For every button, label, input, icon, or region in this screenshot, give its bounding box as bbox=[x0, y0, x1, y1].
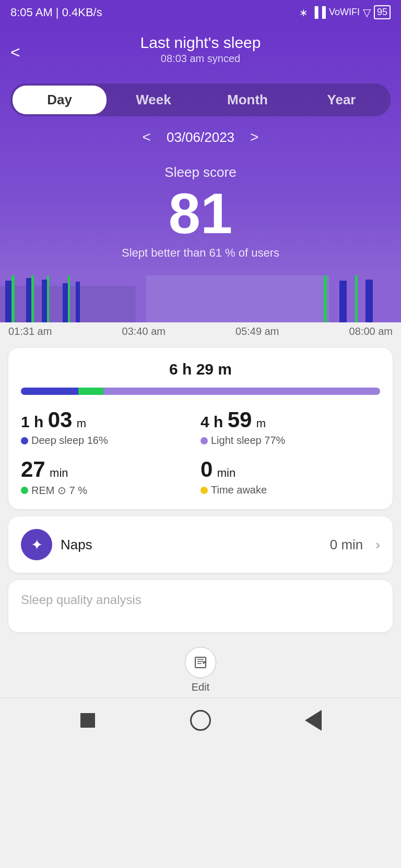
duration-value: 6 h 29 m bbox=[21, 360, 380, 378]
awake-dot bbox=[200, 487, 208, 494]
light-sleep-dot bbox=[200, 437, 208, 444]
naps-label: Naps bbox=[61, 537, 322, 553]
duration-card: 6 h 29 m 1 h 03 m Deep sleep 16% 4 h 59 … bbox=[8, 348, 393, 509]
quality-card[interactable]: Sleep quality analysis bbox=[8, 580, 393, 632]
svg-rect-9 bbox=[47, 275, 49, 322]
light-sleep-value: 4 h 59 m bbox=[200, 407, 380, 432]
edit-bar: Edit bbox=[0, 640, 401, 697]
svg-rect-13 bbox=[355, 275, 358, 322]
bluetooth-icon: ∗ bbox=[299, 6, 308, 19]
svg-rect-5 bbox=[63, 283, 68, 322]
nav-row: < Last night's sleep 08:03 am synced bbox=[0, 30, 401, 79]
rem-sleep-dot bbox=[21, 487, 28, 494]
nav-bar bbox=[0, 697, 401, 743]
svg-rect-11 bbox=[146, 275, 329, 322]
nav-home-button[interactable] bbox=[187, 707, 214, 733]
page-title: Last night's sleep bbox=[140, 34, 261, 52]
nav-triangle-icon bbox=[305, 710, 322, 731]
sleep-score-subtitle: Slept better than 61 % of users bbox=[0, 246, 401, 265]
rem-sleep-value: 27 min bbox=[21, 457, 200, 482]
svg-rect-12 bbox=[324, 275, 327, 322]
time-label-2: 03:40 am bbox=[122, 326, 166, 337]
naps-card[interactable]: ✦ Naps 0 min › bbox=[8, 516, 393, 573]
duration-bar bbox=[21, 388, 380, 395]
quality-label: Sleep quality analysis bbox=[21, 593, 380, 607]
edit-icon bbox=[193, 655, 208, 670]
bar-light-sleep bbox=[103, 388, 380, 395]
cards-area: 6 h 29 m 1 h 03 m Deep sleep 16% 4 h 59 … bbox=[0, 341, 401, 640]
tab-week[interactable]: Week bbox=[107, 86, 200, 114]
next-date-button[interactable]: > bbox=[250, 129, 258, 146]
edit-label: Edit bbox=[192, 681, 209, 693]
header-area: < Last night's sleep 08:03 am synced Day… bbox=[0, 25, 401, 275]
sleep-score-value: 81 bbox=[0, 185, 401, 242]
back-button[interactable]: < bbox=[10, 43, 20, 62]
time-labels: 01:31 am 03:40 am 05:49 am 08:00 am bbox=[0, 322, 401, 341]
stat-time-awake: 0 min Time awake bbox=[200, 457, 380, 497]
sleep-score-label: Sleep score bbox=[0, 164, 401, 180]
stat-light-sleep: 4 h 59 m Light sleep 77% bbox=[200, 407, 380, 447]
nav-circle-icon bbox=[190, 710, 211, 731]
wifi-icon: ▽ bbox=[363, 6, 371, 19]
sleep-score-area: Sleep score 81 Slept better than 61 % of… bbox=[0, 156, 401, 275]
time-awake-value: 0 min bbox=[200, 457, 380, 482]
bar-rem-sleep bbox=[78, 388, 103, 395]
sleep-stats-grid: 1 h 03 m Deep sleep 16% 4 h 59 m Light s… bbox=[21, 407, 380, 497]
tab-year[interactable]: Year bbox=[294, 86, 388, 114]
edit-button[interactable] bbox=[185, 647, 216, 678]
deep-sleep-dot bbox=[21, 437, 28, 444]
deep-sleep-value: 1 h 03 m bbox=[21, 407, 200, 432]
naps-chevron-icon: › bbox=[375, 537, 380, 553]
stat-rem-sleep: 27 min REM ⊙ 7 % bbox=[21, 457, 200, 497]
nav-square-icon bbox=[80, 713, 95, 728]
svg-rect-6 bbox=[76, 282, 80, 322]
date-nav: < 03/06/2023 > bbox=[0, 125, 401, 156]
tab-day[interactable]: Day bbox=[13, 86, 107, 114]
naps-icon: ✦ bbox=[21, 529, 52, 560]
deep-sleep-label: Deep sleep 16% bbox=[21, 435, 200, 447]
nav-back-button[interactable] bbox=[300, 707, 326, 733]
current-date: 03/06/2023 bbox=[167, 129, 234, 146]
bar-deep-sleep bbox=[21, 388, 78, 395]
svg-rect-10 bbox=[68, 275, 70, 322]
sync-status: 08:03 am synced bbox=[140, 53, 261, 71]
battery-icon: 95 bbox=[374, 5, 391, 19]
status-time: 8:05 AM | 0.4KB/s bbox=[10, 6, 102, 19]
time-label-3: 05:49 am bbox=[235, 326, 279, 337]
rem-sleep-label: REM ⊙ 7 % bbox=[21, 484, 200, 497]
vowifi-icon: VoWIFI bbox=[329, 7, 360, 18]
light-sleep-label: Light sleep 77% bbox=[200, 435, 380, 447]
svg-rect-14 bbox=[339, 281, 347, 322]
time-awake-label: Time awake bbox=[200, 484, 380, 496]
status-bar: 8:05 AM | 0.4KB/s ∗ ▐▐ VoWIFI ▽ 95 bbox=[0, 0, 401, 25]
naps-value: 0 min bbox=[330, 537, 363, 553]
signal-icon: ▐▐ bbox=[311, 6, 326, 18]
svg-rect-15 bbox=[365, 280, 373, 322]
time-label-1: 01:31 am bbox=[8, 326, 52, 337]
nav-square-button[interactable] bbox=[75, 707, 101, 733]
svg-rect-7 bbox=[11, 275, 15, 322]
tab-month[interactable]: Month bbox=[200, 86, 294, 114]
stat-deep-sleep: 1 h 03 m Deep sleep 16% bbox=[21, 407, 200, 447]
time-label-4: 08:00 am bbox=[349, 326, 393, 337]
sleep-chart bbox=[0, 275, 401, 322]
svg-rect-8 bbox=[31, 275, 34, 322]
sleep-chart-svg bbox=[0, 275, 401, 322]
naps-card-inner: ✦ Naps 0 min › bbox=[21, 529, 380, 560]
prev-date-button[interactable]: < bbox=[143, 129, 151, 146]
status-icons: ∗ ▐▐ VoWIFI ▽ 95 bbox=[299, 5, 391, 19]
period-tabs: Day Week Month Year bbox=[10, 83, 391, 116]
